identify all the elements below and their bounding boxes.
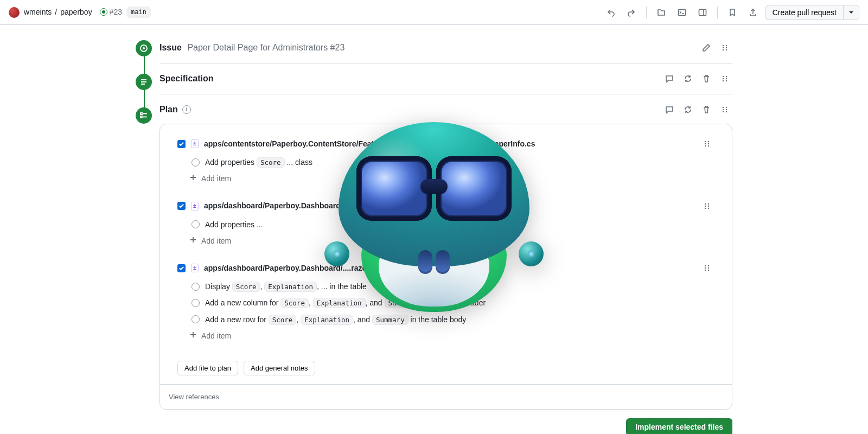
- comment-icon[interactable]: [662, 71, 677, 86]
- svg-rect-1: [699, 9, 706, 15]
- file-line: apps/contentstore/Paperboy.ContentStore/…: [177, 136, 714, 151]
- terminal-icon[interactable]: [674, 4, 690, 21]
- task-text: Display Score, Explanation, ... in the t…: [205, 281, 367, 292]
- svg-point-38: [705, 267, 706, 269]
- owner-link[interactable]: wmeints: [24, 7, 52, 17]
- issue-title: Paper Detail Page for Administrators #23: [187, 43, 344, 52]
- code-chip: Score: [280, 298, 309, 308]
- drag-handle-icon[interactable]: [699, 199, 714, 214]
- issue-open-icon: [100, 8, 107, 16]
- comment-icon[interactable]: [662, 102, 677, 117]
- svg-point-10: [723, 76, 724, 77]
- toolbar-sep: [646, 7, 647, 18]
- node-plan-icon: [136, 107, 152, 124]
- branch-tag[interactable]: main: [126, 7, 151, 18]
- svg-point-40: [705, 270, 706, 271]
- svg-point-25: [708, 141, 709, 142]
- files-icon[interactable]: [653, 4, 669, 21]
- plan-card: apps/contentstore/Paperboy.ContentStore/…: [159, 124, 732, 410]
- repo-link[interactable]: paperboy: [60, 7, 92, 17]
- svg-point-15: [726, 80, 727, 81]
- svg-point-31: [708, 203, 709, 204]
- create-pr-button[interactable]: Create pull request: [765, 5, 843, 20]
- timeline: Issue Paper Detail Page for Administrato…: [136, 34, 732, 120]
- view-references-link[interactable]: View references: [169, 393, 219, 401]
- file-checkbox[interactable]: [177, 140, 186, 148]
- undo-icon[interactable]: [603, 4, 619, 21]
- svg-point-3: [143, 47, 145, 49]
- svg-point-7: [726, 47, 727, 48]
- task-item: Add a new row for Score, Explanation, an…: [192, 314, 714, 325]
- bookmark-icon[interactable]: [724, 4, 741, 21]
- svg-point-23: [726, 111, 727, 112]
- svg-point-39: [708, 267, 709, 269]
- add-notes-button[interactable]: Add general notes: [244, 361, 315, 375]
- svg-point-28: [705, 145, 706, 146]
- svg-point-41: [708, 270, 709, 271]
- file-group: apps/dashboard/Paperboy.Dashboard/...csA…: [177, 199, 714, 247]
- svg-rect-17: [141, 116, 142, 118]
- add-item[interactable]: Add item: [189, 235, 714, 246]
- edit-icon[interactable]: [699, 40, 714, 55]
- file-checkbox[interactable]: [177, 264, 186, 272]
- add-file-button[interactable]: Add file to plan: [177, 361, 238, 375]
- svg-point-27: [708, 143, 709, 144]
- svg-point-37: [708, 265, 709, 266]
- panel-icon[interactable]: [694, 4, 711, 21]
- drag-handle-icon[interactable]: [717, 71, 732, 86]
- drag-handle-icon[interactable]: [699, 136, 714, 151]
- issue-row: Issue Paper Detail Page for Administrato…: [159, 34, 732, 63]
- owner-avatar[interactable]: [9, 7, 20, 18]
- task-checkbox[interactable]: [192, 299, 200, 307]
- add-item[interactable]: Add item: [189, 173, 714, 184]
- redo-icon[interactable]: [623, 4, 640, 21]
- code-chip: Score: [232, 282, 260, 292]
- trash-icon[interactable]: [699, 102, 714, 117]
- file-checkbox[interactable]: [177, 202, 186, 210]
- drag-handle-icon[interactable]: [717, 102, 732, 117]
- breadcrumb: wmeints / paperboy: [24, 7, 92, 17]
- svg-point-26: [705, 143, 706, 144]
- file-path[interactable]: apps/dashboard/Paperboy.Dashboard/....ra…: [204, 263, 369, 273]
- code-chip: Score: [257, 157, 285, 168]
- refresh-icon[interactable]: [680, 102, 695, 117]
- file-path[interactable]: apps/dashboard/Paperboy.Dashboard/...cs: [204, 200, 358, 211]
- svg-point-6: [723, 47, 724, 48]
- create-pr: Create pull request: [765, 5, 859, 20]
- refresh-icon[interactable]: [680, 71, 695, 86]
- task-text: Add a new row for Score, Explanation, an…: [205, 314, 466, 325]
- task-checkbox[interactable]: [192, 315, 200, 323]
- drag-handle-icon[interactable]: [717, 40, 732, 55]
- create-pr-dropdown[interactable]: [843, 5, 859, 20]
- spec-label: Specification: [159, 72, 214, 85]
- task-checkbox[interactable]: [192, 158, 200, 167]
- implement-button[interactable]: Implement selected files: [626, 418, 732, 434]
- svg-point-11: [726, 76, 727, 77]
- svg-point-12: [723, 78, 724, 79]
- svg-point-32: [705, 205, 706, 206]
- task-text: Add a new column for Score, Explanation,…: [205, 297, 486, 308]
- info-icon[interactable]: i: [182, 105, 191, 114]
- code-chip: Score: [269, 315, 297, 325]
- svg-point-13: [726, 78, 727, 79]
- code-chip: Explanation: [301, 315, 353, 325]
- svg-point-35: [708, 207, 709, 208]
- svg-point-9: [726, 49, 727, 50]
- drag-handle-icon[interactable]: [699, 260, 714, 276]
- task-item: Add properties Score ... class: [192, 157, 714, 168]
- plan-row: Plan i: [159, 94, 732, 120]
- svg-point-29: [708, 145, 709, 146]
- code-chip: Explanation: [264, 282, 317, 292]
- plan-label: Plan: [159, 103, 178, 116]
- share-icon[interactable]: [745, 4, 761, 21]
- svg-point-8: [723, 49, 724, 50]
- issue-ref[interactable]: #23: [100, 7, 122, 17]
- task-checkbox[interactable]: [192, 283, 200, 291]
- svg-rect-16: [141, 113, 142, 114]
- add-item[interactable]: Add item: [189, 330, 714, 341]
- trash-icon[interactable]: [699, 71, 714, 86]
- file-path[interactable]: apps/contentstore/Paperboy.ContentStore/…: [204, 138, 535, 149]
- task-checkbox[interactable]: [192, 220, 200, 228]
- page: Issue Paper Detail Page for Administrato…: [123, 25, 745, 434]
- svg-point-33: [708, 205, 709, 206]
